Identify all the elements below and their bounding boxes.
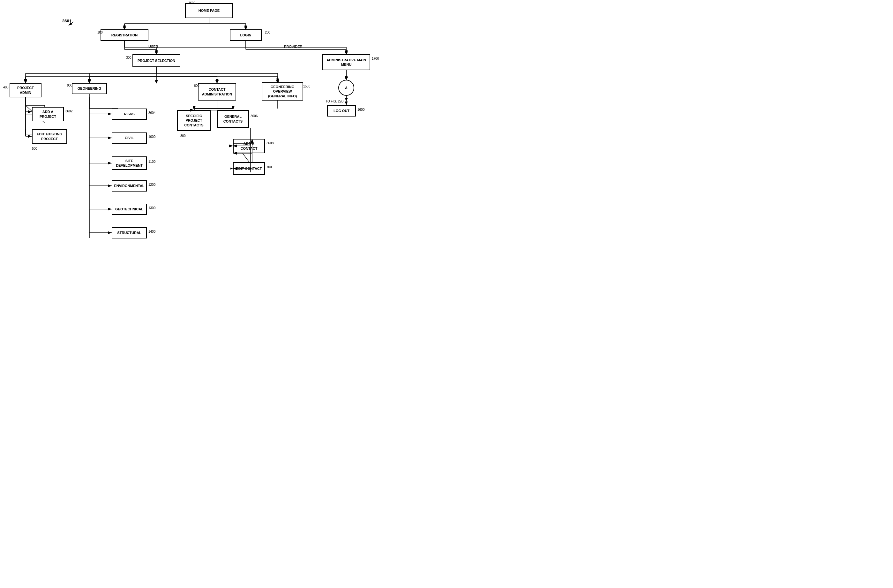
svg-marker-50 bbox=[245, 27, 247, 29]
project-selection-node: PROJECT SELECTION bbox=[132, 54, 180, 67]
add-contact-node: ADD A CONTACT bbox=[233, 139, 265, 153]
environmental-node: ENVIRONMENTAL bbox=[112, 180, 147, 191]
circle-a-node: A bbox=[338, 80, 354, 96]
risks-ref: 3604 bbox=[149, 111, 155, 114]
geoneering-node: GEONEERING bbox=[72, 83, 107, 94]
civil-ref: 1000 bbox=[149, 135, 155, 138]
structural-ref: 1400 bbox=[149, 230, 155, 233]
geotechnical-node: GEOTECHNICAL bbox=[112, 204, 147, 215]
geotechnical-ref: 1300 bbox=[149, 206, 155, 210]
svg-marker-52 bbox=[345, 52, 347, 54]
project-selection-ref: 300 bbox=[126, 56, 131, 59]
civil-node: CIVIL bbox=[112, 132, 147, 144]
svg-marker-58 bbox=[345, 77, 347, 80]
project-admin-node: PROJECT ADMIN bbox=[10, 83, 42, 97]
contact-admin-ref: 600 bbox=[194, 84, 200, 87]
registration-node: REGISTRATION bbox=[101, 29, 149, 41]
add-contact-ref: 3608 bbox=[266, 141, 274, 145]
general-contacts-ref: 3606 bbox=[251, 114, 257, 118]
specific-contacts-node: SPECIFIC PROJECT CONTACTS bbox=[177, 110, 210, 131]
connector-lines bbox=[0, 0, 446, 294]
admin-main-menu-node: ADMINISTRATIVE MAIN MENU bbox=[322, 54, 370, 70]
geoneering-ref: 900 bbox=[67, 84, 72, 87]
site-development-ref: 1100 bbox=[149, 160, 155, 164]
contact-connectors bbox=[0, 0, 446, 294]
log-out-ref: 1600 bbox=[358, 108, 364, 111]
general-contacts-node: GENERAL CONTACTS bbox=[217, 110, 249, 128]
svg-marker-53 bbox=[24, 80, 27, 83]
flowchart-diagram: HOME PAGE 3600 REGISTRATION 100 LOGIN 20… bbox=[0, 0, 446, 294]
svg-marker-55 bbox=[155, 80, 158, 83]
contact-admin-node: CONTACT ADMINISTRATION bbox=[198, 83, 236, 101]
geoneering-overview-ref: 1500 bbox=[303, 84, 310, 88]
svg-marker-56 bbox=[216, 80, 218, 83]
svg-marker-54 bbox=[88, 80, 91, 83]
user-label: USER bbox=[149, 45, 158, 48]
add-project-node: ADD A PROJECT bbox=[32, 107, 64, 121]
site-development-node: SITE DEVELOPMENT bbox=[112, 156, 147, 170]
diagram-ref-label: 3601 bbox=[62, 18, 72, 23]
edit-existing-project-ref: 500 bbox=[32, 147, 38, 150]
structural-node: STRUCTURAL bbox=[112, 227, 147, 238]
specific-contacts-ref: 800 bbox=[180, 134, 186, 138]
project-admin-ref: 400 bbox=[3, 86, 9, 89]
to-fig-label: TO FIG. 29B bbox=[326, 99, 344, 103]
svg-marker-59 bbox=[345, 98, 347, 101]
environmental-ref: 1200 bbox=[149, 183, 155, 186]
geoneering-overview-node: GEONEERING OVERVIEW (GENERAL INFO) bbox=[262, 82, 303, 101]
svg-marker-51 bbox=[155, 52, 158, 54]
login-ref: 200 bbox=[265, 31, 270, 34]
all-connectors bbox=[0, 0, 446, 294]
edit-contact-node: EDIT CONTACT bbox=[233, 162, 265, 175]
login-node: LOGIN bbox=[230, 29, 262, 41]
svg-marker-49 bbox=[123, 27, 126, 29]
home-page-ref: 3600 bbox=[188, 1, 195, 5]
edit-contact-ref: 700 bbox=[266, 165, 272, 169]
registration-ref: 100 bbox=[97, 31, 103, 34]
edit-existing-project-node: EDIT EXISTING PROJECT bbox=[32, 129, 67, 144]
risks-node: RISKS bbox=[112, 108, 147, 120]
log-out-node: LOG OUT bbox=[327, 105, 356, 117]
home-page-node: HOME PAGE bbox=[185, 3, 233, 18]
provider-label: PROVIDER bbox=[284, 45, 302, 48]
add-project-ref: 3602 bbox=[65, 110, 72, 113]
admin-main-menu-ref: 1700 bbox=[372, 57, 379, 60]
